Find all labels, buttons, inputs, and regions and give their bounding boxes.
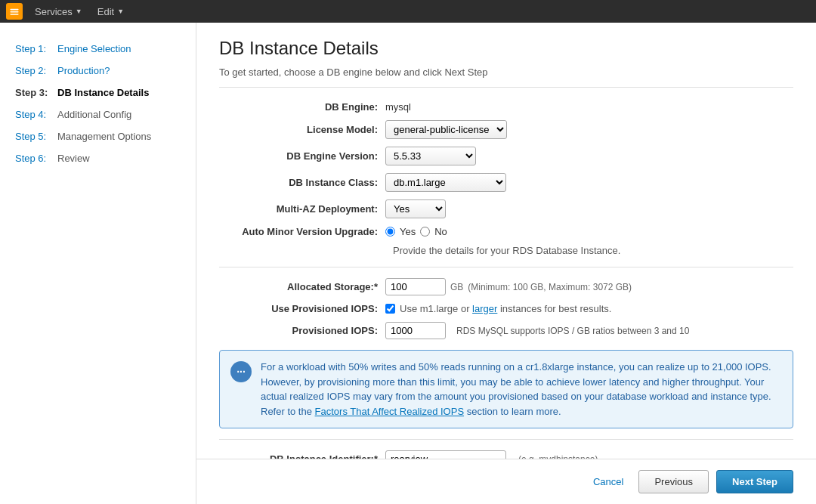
- edit-label: Edit: [97, 6, 114, 17]
- allocated-storage-controls: GB (Minimum: 100 GB, Maximum: 3072 GB): [385, 278, 632, 295]
- db-engine-version-select[interactable]: 5.5.33: [385, 147, 476, 165]
- services-label: Services: [35, 6, 73, 17]
- db-engine-version-row: DB Engine Version: 5.5.33: [219, 147, 793, 165]
- multi-az-select[interactable]: Yes No: [385, 199, 446, 218]
- auto-minor-yes-label[interactable]: Yes: [400, 226, 416, 237]
- sidebar-item-step2[interactable]: Step 2: Production?: [0, 60, 196, 82]
- allocated-storage-row: Allocated Storage:* GB (Minimum: 100 GB,…: [219, 278, 793, 295]
- db-instance-class-select[interactable]: db.m1.large: [385, 173, 506, 192]
- svg-rect-1: [10, 11, 18, 13]
- use-provisioned-iops-checkbox[interactable]: [385, 304, 395, 314]
- hint-post: instances for best results.: [500, 303, 611, 314]
- db-engine-value: mysql: [385, 101, 411, 113]
- edit-menu-button[interactable]: Edit ▼: [91, 3, 130, 20]
- use-provisioned-iops-label: Use Provisioned IOPS:: [219, 303, 385, 314]
- use-provisioned-iops-controls: Use m1.large or larger instances for bes…: [385, 303, 611, 314]
- info-box: ··· For a workload with 50% writes and 5…: [219, 350, 793, 428]
- db-instance-class-label: DB Instance Class:: [219, 177, 385, 188]
- db-engine-version-label: DB Engine Version:: [219, 150, 385, 162]
- provisioned-iops-hint: RDS MySQL supports IOPS / GB ratios betw…: [456, 326, 689, 336]
- step2-label: Production?: [57, 65, 110, 76]
- provisioned-iops-input[interactable]: [385, 322, 446, 339]
- auto-minor-yes-radio[interactable]: [385, 227, 395, 237]
- auto-minor-label: Auto Minor Version Upgrade:: [219, 226, 385, 237]
- main-content: DB Instance Details To get started, choo…: [196, 23, 816, 504]
- provisioned-iops-row: Provisioned IOPS: RDS MySQL supports IOP…: [219, 322, 793, 339]
- use-provisioned-iops-row: Use Provisioned IOPS: Use m1.large or la…: [219, 303, 793, 314]
- provision-hint: Provide the details for your RDS Databas…: [393, 245, 793, 256]
- step3-label: DB Instance Details: [57, 87, 149, 98]
- auto-minor-no-label[interactable]: No: [434, 226, 447, 237]
- auto-minor-no-radio[interactable]: [420, 227, 430, 237]
- next-step-button[interactable]: Next Step: [716, 470, 793, 493]
- edit-caret-icon: ▼: [117, 8, 124, 15]
- use-provisioned-iops-hint-label[interactable]: Use m1.large or larger instances for bes…: [400, 303, 611, 314]
- step6-num: Step 6:: [15, 153, 53, 164]
- step5-num: Step 5:: [15, 131, 53, 142]
- sidebar: Step 1: Engine Selection Step 2: Product…: [0, 23, 196, 504]
- allocated-storage-unit: GB: [450, 282, 463, 292]
- svg-rect-0: [10, 9, 18, 11]
- info-text-after: section to learn more.: [464, 406, 561, 417]
- license-model-label: License Model:: [219, 124, 385, 135]
- step2-num: Step 2:: [15, 65, 53, 76]
- license-model-row: License Model: general-public-license: [219, 120, 793, 139]
- db-engine-row: DB Engine: mysql: [219, 101, 793, 113]
- info-icon: ···: [230, 361, 252, 382]
- provisioned-iops-controls: RDS MySQL supports IOPS / GB ratios betw…: [385, 322, 689, 339]
- page-title: DB Instance Details: [219, 38, 793, 59]
- provisioned-iops-label: Provisioned IOPS:: [219, 325, 385, 336]
- previous-button[interactable]: Previous: [638, 470, 709, 493]
- step3-num: Step 3:: [15, 87, 53, 98]
- step5-label: Management Options: [57, 131, 151, 142]
- sidebar-item-step1[interactable]: Step 1: Engine Selection: [0, 38, 196, 60]
- step4-label: Additional Config: [57, 109, 131, 120]
- cancel-button[interactable]: Cancel: [586, 472, 631, 492]
- divider-1: [219, 267, 793, 267]
- aws-logo: [6, 3, 23, 20]
- allocated-storage-hint: (Minimum: 100 GB, Maximum: 3072 GB): [468, 282, 632, 292]
- step6-label: Review: [57, 153, 90, 164]
- iops-factors-link[interactable]: Factors That Affect Realized IOPS: [315, 406, 465, 417]
- sidebar-item-step4[interactable]: Step 4: Additional Config: [0, 104, 196, 125]
- multi-az-label: Multi-AZ Deployment:: [219, 203, 385, 215]
- services-caret-icon: ▼: [76, 8, 82, 15]
- auto-minor-radio-group: Yes No: [385, 226, 447, 237]
- step4-num: Step 4:: [15, 109, 53, 120]
- top-navigation: Services ▼ Edit ▼: [0, 0, 816, 23]
- allocated-storage-label: Allocated Storage:*: [219, 281, 385, 292]
- allocated-storage-input[interactable]: [385, 278, 446, 295]
- svg-rect-2: [10, 14, 18, 15]
- footer: Cancel Previous Next Step: [196, 459, 816, 504]
- multi-az-row: Multi-AZ Deployment: Yes No: [219, 199, 793, 218]
- step1-label: Engine Selection: [57, 43, 131, 54]
- sidebar-item-step3[interactable]: Step 3: DB Instance Details: [0, 82, 196, 104]
- larger-link[interactable]: larger: [472, 303, 497, 314]
- services-menu-button[interactable]: Services ▼: [29, 3, 88, 20]
- step1-num: Step 1:: [15, 43, 53, 54]
- info-box-text: For a workload with 50% writes and 50% r…: [261, 360, 782, 419]
- db-instance-class-row: DB Instance Class: db.m1.large: [219, 173, 793, 192]
- divider-2: [219, 439, 793, 440]
- hint-pre: Use m1.large or: [400, 303, 469, 314]
- sidebar-item-step5[interactable]: Step 5: Management Options: [0, 125, 196, 147]
- db-engine-label: DB Engine:: [219, 101, 385, 113]
- auto-minor-row: Auto Minor Version Upgrade: Yes No: [219, 226, 793, 237]
- page-subtitle: To get started, choose a DB engine below…: [219, 66, 793, 88]
- license-model-select[interactable]: general-public-license: [385, 120, 507, 139]
- sidebar-item-step6[interactable]: Step 6: Review: [0, 147, 196, 169]
